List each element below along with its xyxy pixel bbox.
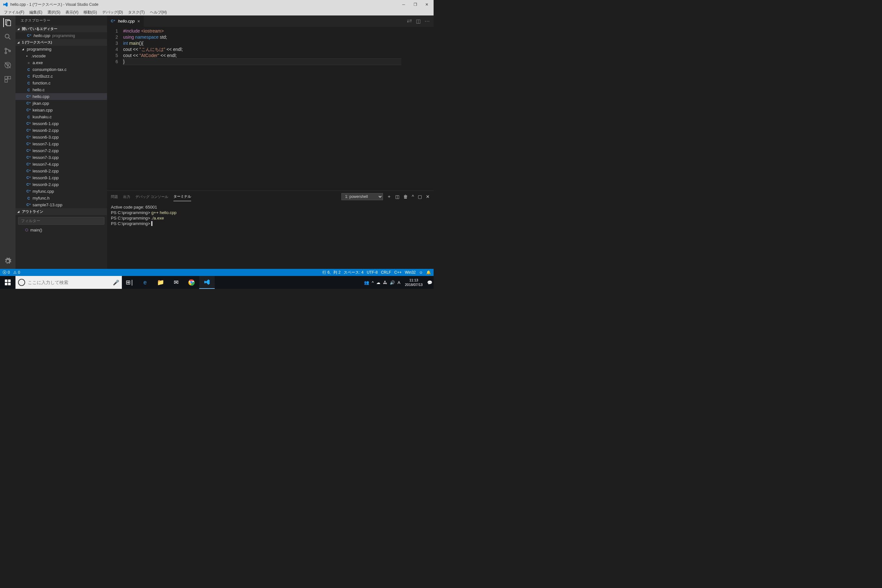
tray-network-icon[interactable]: 🖧: [383, 280, 387, 285]
minimap[interactable]: [401, 27, 434, 190]
compare-changes-icon[interactable]: ⮂: [407, 18, 412, 24]
workspace-header[interactable]: ◢1 (ワークスペース): [15, 39, 107, 46]
file-item[interactable]: Cmyfunc.h: [15, 195, 107, 201]
file-item[interactable]: C⁺sample7-13.cpp: [15, 201, 107, 208]
panel-tab-problems[interactable]: 問題: [111, 192, 118, 201]
kill-terminal-icon[interactable]: 🗑: [403, 194, 408, 199]
panel-tab-output[interactable]: 出力: [123, 192, 130, 201]
tab-close-button[interactable]: ×: [137, 19, 140, 24]
file-item[interactable]: C⁺lesson7-1.cpp: [15, 141, 107, 147]
tray-chevron-up-icon[interactable]: ^: [372, 280, 374, 285]
file-item[interactable]: C⁺lesson7-4.cpp: [15, 161, 107, 168]
mic-icon[interactable]: 🎤: [113, 279, 119, 286]
menu-debug[interactable]: デバッグ(D): [100, 9, 126, 16]
activity-search-icon[interactable]: [3, 32, 12, 41]
status-warnings[interactable]: ⚠ 0: [13, 270, 20, 274]
tray-ime-icon[interactable]: A: [398, 280, 400, 285]
activity-settings-icon[interactable]: [3, 256, 12, 266]
menu-view[interactable]: 表示(V): [63, 9, 81, 16]
menu-help[interactable]: ヘルプ(H): [147, 9, 170, 16]
outline-item-main[interactable]: ⬡ main(): [15, 226, 107, 233]
status-platform[interactable]: Win32: [405, 270, 416, 274]
activity-scm-icon[interactable]: [3, 46, 12, 56]
file-item[interactable]: C⁺lesson6-3.cpp: [15, 134, 107, 141]
file-item[interactable]: C⁺keisan.cpp: [15, 107, 107, 114]
tab-hello-cpp[interactable]: C⁺ hello.cpp ×: [107, 15, 144, 27]
tray-notifications-icon[interactable]: 💬: [427, 280, 432, 285]
file-item[interactable]: C⁺lesson7-3.cpp: [15, 154, 107, 161]
taskbar-chrome-icon[interactable]: [184, 276, 199, 289]
file-item[interactable]: C⁺jikan.cpp: [15, 100, 107, 107]
file-item[interactable]: C⁺lesson9-2.cpp: [15, 181, 107, 188]
status-cursor[interactable]: 行 6、列 2: [322, 270, 340, 275]
split-terminal-icon[interactable]: ◫: [395, 194, 399, 199]
close-panel-icon[interactable]: ✕: [426, 194, 430, 199]
panel-tab-debug-console[interactable]: デバッグ コンソール: [135, 192, 168, 201]
outline-filter-input[interactable]: [18, 217, 105, 225]
terminal-select[interactable]: 1: powershell: [341, 193, 383, 200]
panel-up-icon[interactable]: ^: [412, 194, 414, 199]
file-item[interactable]: C⁺lesson6-1.cpp: [15, 120, 107, 127]
taskbar-search[interactable]: 🎤: [15, 276, 122, 289]
status-bell-icon[interactable]: 🔔: [426, 270, 431, 274]
folder-programming[interactable]: ◢programming: [15, 46, 107, 52]
cpp-file-icon: C⁺: [26, 122, 31, 126]
file-item[interactable]: ≡a.exe: [15, 59, 107, 66]
terminal[interactable]: Active code page: 65001 PS C:\programmin…: [107, 202, 434, 269]
file-item[interactable]: C⁺lesson9-1.cpp: [15, 174, 107, 181]
tray-onedrive-icon[interactable]: ☁: [376, 280, 380, 285]
file-item[interactable]: C⁺lesson8-2.cpp: [15, 168, 107, 174]
folder-vscode[interactable]: ▸.vscode: [15, 52, 107, 59]
status-language[interactable]: C++: [394, 270, 402, 274]
taskbar-vscode-icon[interactable]: [199, 276, 215, 289]
window-close-button[interactable]: ✕: [424, 2, 430, 8]
menu-edit[interactable]: 編集(E): [27, 9, 45, 16]
task-view-icon[interactable]: ⊞∣: [122, 276, 137, 289]
taskbar-mail-icon[interactable]: ✉: [168, 276, 184, 289]
activity-debug-icon[interactable]: [3, 61, 12, 70]
split-editor-icon[interactable]: ◫: [416, 18, 421, 24]
taskbar-edge-icon[interactable]: e: [137, 276, 153, 289]
file-item[interactable]: C⁺hello.cpp: [15, 93, 107, 100]
c-file-icon: C: [26, 196, 31, 200]
new-terminal-icon[interactable]: ＋: [387, 194, 392, 200]
maximize-panel-icon[interactable]: ▢: [418, 194, 422, 199]
more-actions-icon[interactable]: ⋯: [424, 18, 430, 24]
cpp-file-icon: C⁺: [26, 128, 31, 132]
taskbar-explorer-icon[interactable]: 📁: [153, 276, 168, 289]
status-feedback-icon[interactable]: ☺: [419, 270, 423, 274]
status-errors[interactable]: ⓧ 0: [3, 270, 10, 275]
window-minimize-button[interactable]: ─: [401, 2, 406, 8]
activity-extensions-icon[interactable]: [3, 75, 12, 84]
taskbar-clock[interactable]: 11:132018/07/13: [403, 278, 424, 287]
status-encoding[interactable]: UTF-8: [367, 270, 378, 274]
code-editor[interactable]: 123 456 #include <iostream> using namesp…: [107, 27, 434, 190]
window-titlebar: hello.cpp - 1 (ワークスペース) - Visual Studio …: [0, 0, 434, 9]
taskbar-search-input[interactable]: [28, 280, 110, 285]
window-maximize-button[interactable]: ❐: [412, 2, 418, 8]
open-editors-header[interactable]: ◢開いているエディター: [15, 26, 107, 32]
status-spaces[interactable]: スペース: 4: [344, 270, 363, 275]
cpp-file-icon: C⁺: [26, 94, 31, 99]
outline-header[interactable]: ◢アウトライン: [15, 208, 107, 215]
panel-tab-terminal[interactable]: ターミナル: [173, 192, 191, 201]
menu-go[interactable]: 移動(G): [81, 9, 99, 16]
file-item[interactable]: C⁺myfunc.cpp: [15, 188, 107, 195]
status-eol[interactable]: CRLF: [381, 270, 391, 274]
menu-file[interactable]: ファイル(F): [1, 9, 27, 16]
menu-tasks[interactable]: タスク(T): [125, 9, 147, 16]
file-item[interactable]: C⁺lesson7-2.cpp: [15, 147, 107, 154]
exe-file-icon: ≡: [26, 61, 31, 65]
file-item[interactable]: Cfunction.c: [15, 80, 107, 86]
tray-volume-icon[interactable]: 🔊: [390, 280, 395, 285]
file-item[interactable]: CFizzBuzz.c: [15, 73, 107, 80]
file-item[interactable]: Cconsumption-tax.c: [15, 66, 107, 73]
file-item[interactable]: C⁺lesson6-2.cpp: [15, 127, 107, 134]
file-item[interactable]: Ckuuhaku.c: [15, 114, 107, 120]
menu-selection[interactable]: 選択(S): [45, 9, 63, 16]
activity-explorer-icon[interactable]: [3, 18, 12, 27]
open-editor-item[interactable]: C⁺ hello.cpp programming: [15, 32, 107, 39]
file-item[interactable]: Chello.c: [15, 86, 107, 93]
tray-people-icon[interactable]: 👥: [364, 280, 369, 285]
start-button[interactable]: [0, 276, 15, 289]
